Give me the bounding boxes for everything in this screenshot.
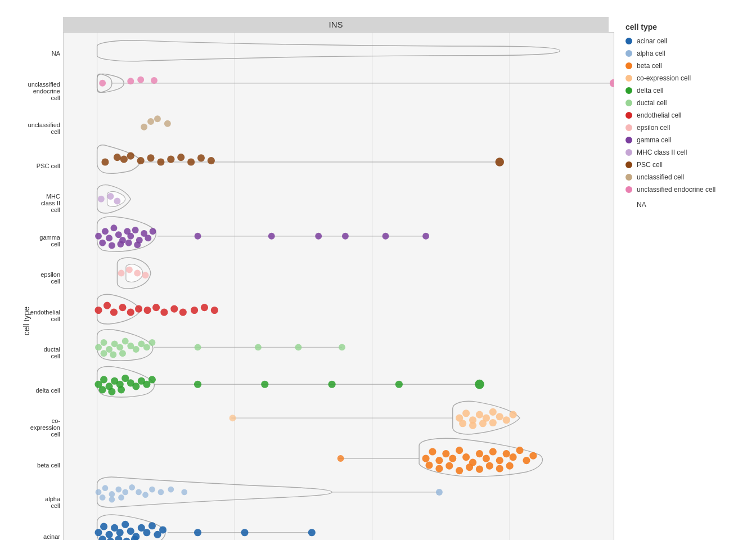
svg-point-53 bbox=[315, 233, 322, 240]
svg-point-74 bbox=[211, 307, 218, 314]
svg-point-123 bbox=[503, 416, 510, 424]
svg-point-153 bbox=[476, 466, 483, 473]
svg-point-128 bbox=[489, 419, 497, 426]
svg-point-34 bbox=[102, 228, 109, 235]
svg-point-8 bbox=[137, 76, 144, 83]
legend-label: unclassified endocrine cell bbox=[637, 186, 716, 194]
y-tick: MHC class II cell bbox=[35, 184, 63, 222]
violin-psc bbox=[97, 145, 504, 174]
svg-point-184 bbox=[143, 529, 150, 536]
legend-item: endothelial cell bbox=[626, 111, 732, 119]
svg-point-187 bbox=[159, 526, 166, 533]
violin-mhc bbox=[97, 185, 131, 213]
svg-point-194 bbox=[241, 529, 248, 536]
svg-point-122 bbox=[496, 413, 503, 420]
svg-point-152 bbox=[466, 464, 473, 471]
svg-point-171 bbox=[109, 497, 115, 503]
svg-point-69 bbox=[160, 308, 168, 316]
svg-point-85 bbox=[143, 344, 150, 350]
legend-dot bbox=[626, 38, 632, 44]
svg-point-9 bbox=[151, 77, 158, 84]
svg-point-147 bbox=[529, 452, 537, 460]
svg-point-195 bbox=[308, 529, 316, 536]
svg-point-51 bbox=[195, 233, 201, 240]
legend-label: endothelial cell bbox=[637, 111, 681, 119]
y-tick: NA bbox=[35, 35, 63, 73]
legend: cell type acinar cellalpha cellbeta cell… bbox=[614, 17, 738, 523]
svg-point-60 bbox=[142, 272, 149, 278]
svg-point-111 bbox=[328, 381, 336, 388]
svg-point-169 bbox=[181, 489, 187, 496]
svg-point-25 bbox=[187, 158, 195, 165]
svg-point-115 bbox=[230, 415, 236, 421]
svg-point-22 bbox=[157, 158, 164, 165]
svg-point-31 bbox=[114, 197, 120, 204]
svg-point-140 bbox=[483, 454, 490, 462]
svg-point-173 bbox=[436, 489, 443, 496]
svg-point-93 bbox=[339, 344, 345, 350]
legend-dot bbox=[626, 75, 632, 82]
svg-point-27 bbox=[208, 157, 215, 164]
svg-point-63 bbox=[110, 308, 118, 316]
svg-point-125 bbox=[459, 420, 466, 427]
violin-delta bbox=[94, 366, 484, 397]
violin-beta bbox=[338, 438, 543, 476]
svg-point-23 bbox=[167, 156, 174, 163]
legend-item: epsilon cell bbox=[626, 124, 732, 132]
svg-point-131 bbox=[422, 454, 429, 462]
svg-point-59 bbox=[134, 270, 141, 277]
legend-dot bbox=[626, 50, 632, 57]
svg-point-166 bbox=[149, 487, 155, 493]
svg-point-78 bbox=[106, 346, 112, 353]
svg-point-96 bbox=[100, 376, 107, 383]
svg-point-71 bbox=[179, 308, 187, 316]
svg-point-10 bbox=[610, 79, 614, 87]
legend-dot bbox=[626, 112, 632, 119]
legend-label: acinar cell bbox=[637, 37, 667, 45]
svg-point-167 bbox=[158, 489, 164, 496]
svg-point-17 bbox=[114, 154, 121, 161]
svg-point-81 bbox=[122, 338, 129, 345]
svg-point-151 bbox=[456, 467, 463, 474]
svg-point-117 bbox=[462, 410, 470, 417]
svg-point-102 bbox=[132, 382, 140, 390]
legend-label: ductal cell bbox=[637, 99, 667, 107]
svg-point-112 bbox=[395, 381, 403, 388]
legend-item: acinar cell bbox=[626, 37, 732, 45]
legend-na-label: NA bbox=[637, 201, 732, 209]
svg-point-161 bbox=[115, 487, 122, 493]
legend-label: co-expression cell bbox=[637, 74, 691, 82]
chart-title: INS bbox=[63, 17, 609, 32]
svg-point-21 bbox=[147, 154, 154, 161]
svg-point-179 bbox=[116, 529, 124, 536]
svg-point-150 bbox=[446, 462, 453, 470]
violin-alpha bbox=[96, 477, 443, 507]
svg-point-193 bbox=[194, 529, 201, 536]
svg-point-68 bbox=[152, 304, 160, 311]
legend-label: delta cell bbox=[637, 87, 663, 94]
svg-point-185 bbox=[148, 522, 156, 529]
svg-point-61 bbox=[94, 307, 102, 314]
violin-epsilon bbox=[117, 258, 151, 289]
svg-point-127 bbox=[479, 420, 487, 427]
legend-item: delta cell bbox=[626, 87, 732, 94]
svg-point-191 bbox=[123, 538, 130, 540]
svg-point-106 bbox=[99, 386, 106, 393]
svg-point-66 bbox=[135, 305, 142, 313]
svg-point-162 bbox=[122, 489, 128, 496]
svg-point-6 bbox=[99, 80, 106, 87]
y-tick: acinar cell bbox=[35, 521, 63, 540]
legend-dot bbox=[626, 174, 632, 181]
legend-label: alpha cell bbox=[637, 50, 665, 57]
svg-point-110 bbox=[261, 381, 268, 388]
svg-point-7 bbox=[127, 78, 134, 84]
svg-point-89 bbox=[119, 350, 126, 357]
chart-container: INS cell type NAunclassified endocrine c… bbox=[12, 11, 744, 529]
legend-dot bbox=[626, 100, 632, 106]
legend-item: alpha cell bbox=[626, 50, 732, 57]
svg-point-41 bbox=[132, 227, 139, 233]
svg-point-47 bbox=[109, 242, 115, 249]
y-tick: epsilon cell bbox=[35, 259, 63, 297]
violin-unclassified-endocrine bbox=[97, 74, 614, 92]
violin-ductal bbox=[95, 330, 345, 361]
